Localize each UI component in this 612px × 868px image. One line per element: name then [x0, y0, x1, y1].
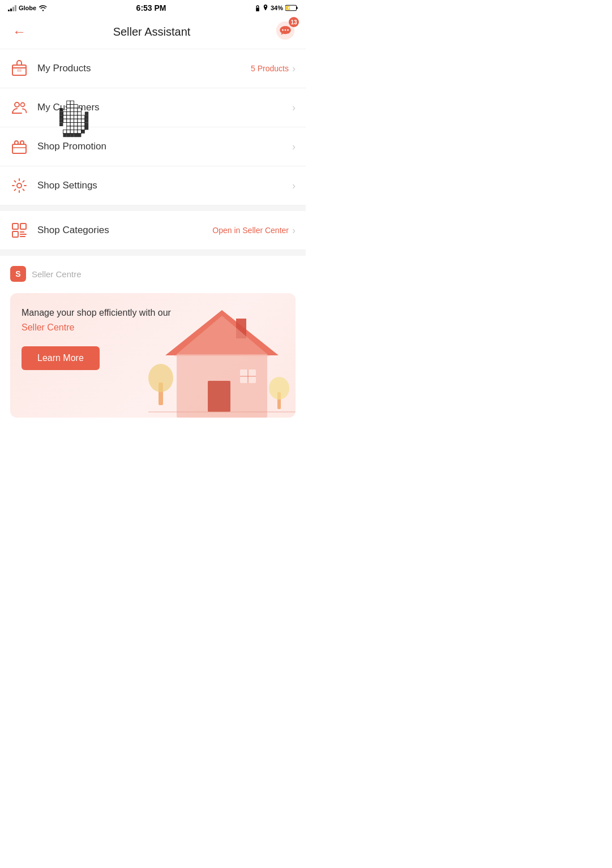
open-seller-center-label: Open in Seller Center	[212, 226, 289, 235]
promo-text: Manage your shop efficiently with our	[22, 307, 284, 319]
shop-settings-left: Shop Settings	[10, 177, 97, 195]
box-icon	[10, 59, 28, 78]
seller-centre-section: S Seller Centre Manage your shop efficie…	[0, 256, 306, 418]
my-customers-right: ›	[292, 102, 296, 114]
shop-promo-icon	[10, 137, 28, 156]
promo-content: Manage your shop efficiently with our Se…	[10, 293, 296, 418]
svg-point-12	[21, 103, 25, 107]
shop-categories-label: Shop Categories	[37, 225, 109, 236]
promo-card: Manage your shop efficiently with our Se…	[10, 293, 296, 418]
svg-rect-13	[12, 144, 26, 153]
chevron-icon: ›	[292, 63, 296, 75]
chevron-icon: ›	[292, 180, 296, 192]
notification-badge: 13	[289, 17, 299, 27]
battery-label: 34%	[271, 5, 283, 11]
status-time: 6:53 PM	[136, 3, 166, 12]
my-customers-item[interactable]: My Customers ›	[0, 88, 306, 127]
chat-button[interactable]: 13	[275, 20, 296, 43]
svg-rect-18	[20, 224, 26, 229]
chevron-icon: ›	[292, 225, 296, 237]
shop-categories-section: Shop Categories Open in Seller Center ›	[0, 211, 306, 250]
svg-rect-16	[12, 224, 18, 229]
shop-categories-left: Shop Categories	[10, 221, 109, 239]
battery-icon	[285, 5, 298, 11]
seller-centre-label: Seller Centre	[32, 269, 82, 279]
shop-categories-right: Open in Seller Center ›	[212, 225, 296, 237]
seller-centre-header: S Seller Centre	[10, 266, 296, 282]
lock-icon	[255, 5, 260, 12]
my-products-label: My Products	[37, 63, 91, 74]
svg-point-7	[285, 29, 286, 31]
svg-rect-10	[17, 69, 22, 72]
chevron-icon: ›	[292, 102, 296, 114]
svg-point-11	[15, 102, 19, 107]
promo-highlight: Seller Centre	[22, 323, 284, 333]
svg-rect-0	[256, 7, 259, 11]
page-title: Seller Assistant	[113, 25, 191, 38]
learn-more-button[interactable]: Learn More	[22, 346, 100, 370]
shop-promotion-label: Shop Promotion	[37, 141, 106, 152]
wifi-icon	[38, 5, 48, 11]
svg-point-15	[17, 183, 22, 188]
back-button[interactable]: ←	[10, 22, 28, 42]
signal-bars	[8, 5, 16, 11]
status-left: Globe	[8, 5, 48, 11]
shop-settings-right: ›	[292, 180, 296, 192]
settings-icon	[10, 177, 28, 195]
shop-settings-item[interactable]: Shop Settings ›	[0, 166, 306, 205]
categories-icon	[10, 221, 28, 239]
carrier-label: Globe	[19, 5, 36, 11]
my-customers-left: My Customers	[10, 98, 100, 117]
shop-settings-label: Shop Settings	[37, 180, 97, 191]
status-bar: Globe 6:53 PM 34%	[0, 0, 306, 15]
menu-section: My Products 5 Products › My Customers ›	[0, 49, 306, 205]
status-right: 34%	[255, 5, 298, 12]
separator	[0, 205, 306, 211]
header: ← Seller Assistant 13	[0, 15, 306, 49]
location-icon	[263, 5, 268, 12]
seller-centre-icon: S	[10, 266, 26, 282]
customers-icon	[10, 98, 28, 117]
shop-promotion-right: ›	[292, 141, 296, 153]
shop-promotion-item[interactable]: Shop Promotion ›	[0, 127, 306, 166]
products-count: 5 Products	[251, 64, 289, 73]
svg-point-8	[287, 29, 289, 31]
my-products-right: 5 Products ›	[251, 63, 296, 75]
svg-rect-17	[12, 231, 18, 237]
svg-point-6	[282, 29, 284, 31]
my-products-item[interactable]: My Products 5 Products ›	[0, 49, 306, 88]
my-customers-label: My Customers	[37, 102, 100, 113]
svg-rect-2	[296, 7, 297, 9]
chevron-icon: ›	[292, 141, 296, 153]
separator-2	[0, 250, 306, 256]
shop-promotion-left: Shop Promotion	[10, 137, 106, 156]
shop-categories-item[interactable]: Shop Categories Open in Seller Center ›	[0, 211, 306, 250]
my-products-left: My Products	[10, 59, 91, 78]
